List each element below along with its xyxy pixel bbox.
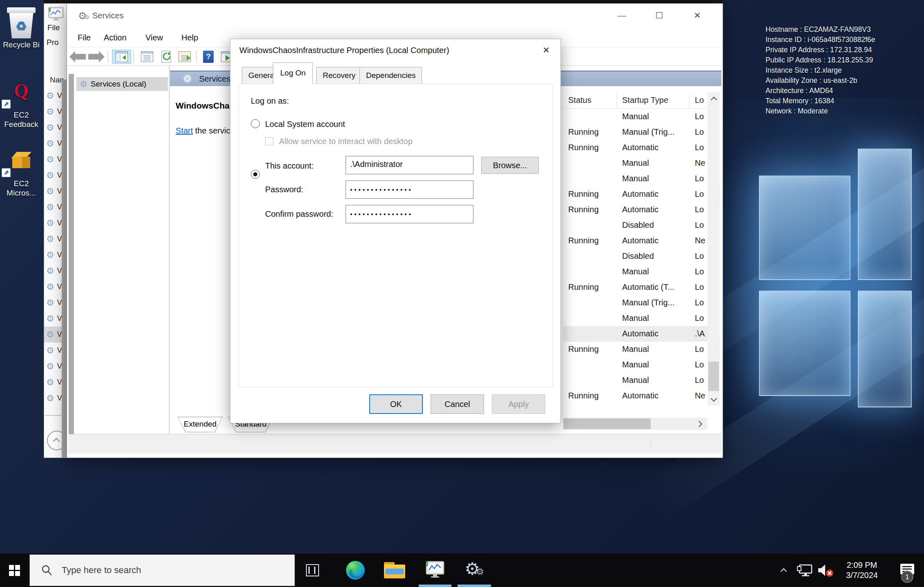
scroll-up-arrow-icon[interactable] xyxy=(708,93,720,104)
password-input[interactable]: ••••••••••••••• xyxy=(346,180,473,199)
column-header-startup-type[interactable]: Startup Type xyxy=(622,96,668,105)
service-row[interactable]: ManualLo xyxy=(563,373,710,388)
column-header-status[interactable]: Status xyxy=(568,96,591,105)
service-row[interactable]: RunningAutomaticLo xyxy=(563,140,710,156)
gear-icon: ⚙ xyxy=(46,377,54,387)
service-row[interactable]: ManualNe xyxy=(563,156,710,171)
local-system-label[interactable]: Local System account xyxy=(265,120,345,129)
view-tab-extended[interactable]: Extended xyxy=(177,417,223,432)
service-row[interactable]: ManualLo xyxy=(563,264,710,280)
desktop-icon-recycle-bin[interactable]: ♻ Recycle Bi xyxy=(1,7,42,49)
account-input[interactable]: .\Administrator xyxy=(346,156,473,174)
system-info-line: Instance Size : t2.xlarge xyxy=(766,65,875,76)
gear-icon: ⚙ xyxy=(46,138,54,149)
system-info-line: Hostname : EC2AMAZ-FAN98V3 xyxy=(766,24,875,35)
service-row[interactable]: RunningAutomaticLo xyxy=(563,187,710,202)
dialog-title: WindowsChaosInfrastructure Properties (L… xyxy=(239,46,449,55)
left-pane-scrollbar[interactable] xyxy=(69,74,74,454)
service-row[interactable]: Manual (Trig...Lo xyxy=(563,295,710,311)
taskbar-clock[interactable]: 2:09 PM 3/7/2024 xyxy=(838,554,886,587)
start-button[interactable] xyxy=(0,554,29,587)
dialog-tab-log-on[interactable]: Log On xyxy=(273,62,313,84)
dialog-close-icon[interactable]: ✕ xyxy=(539,43,553,57)
service-row[interactable]: DisabledLo xyxy=(563,218,710,233)
service-row[interactable]: DisabledLo xyxy=(563,249,710,264)
this-account-label[interactable]: This account: xyxy=(265,161,314,171)
service-row[interactable]: RunningAutomaticLo xyxy=(563,202,710,218)
tray-expand-button[interactable] xyxy=(772,554,795,587)
help-icon[interactable]: ? xyxy=(200,50,216,64)
horizontal-scrollbar[interactable] xyxy=(563,418,707,430)
apply-button[interactable]: Apply xyxy=(492,394,545,414)
interact-desktop-checkbox[interactable] xyxy=(265,137,273,145)
gear-icon: ⚙ xyxy=(46,329,54,340)
desktop-icon-ec2-microsoft[interactable]: ↗ EC2 Micros... xyxy=(1,152,42,198)
service-row[interactable]: ManualLo xyxy=(563,357,710,373)
dialog-tab-dependencies[interactable]: Dependencies xyxy=(359,67,422,84)
service-row[interactable]: RunningManualLo xyxy=(563,342,710,357)
service-row[interactable]: ManualLo xyxy=(563,171,710,187)
back-icon[interactable] xyxy=(69,50,86,64)
menu-help[interactable]: Help xyxy=(181,33,198,42)
services-running-indicator xyxy=(458,585,491,587)
close-button[interactable]: ✕ xyxy=(690,9,704,22)
service-row[interactable]: RunningManual (Trig...Lo xyxy=(563,125,710,140)
maximize-button[interactable]: ☐ xyxy=(652,9,666,22)
horizontal-scrollbar-thumb[interactable] xyxy=(563,418,651,429)
dialog-tab-recovery[interactable]: Recovery xyxy=(316,67,362,84)
service-row[interactable]: RunningAutomaticNe xyxy=(563,388,710,404)
recycle-bin-icon: ♻ xyxy=(1,7,42,38)
service-row[interactable]: ManualLo xyxy=(563,311,710,326)
scroll-right-arrow-icon[interactable] xyxy=(695,418,705,430)
shortcut-arrow-icon: ↗ xyxy=(2,100,11,109)
task-view-button[interactable] xyxy=(299,554,326,587)
confirm-password-input[interactable]: ••••••••••••••• xyxy=(346,205,473,223)
cancel-button[interactable]: Cancel xyxy=(431,394,484,414)
services-app-icon: ⚙⚙ xyxy=(78,10,89,22)
desktop-icon-ec2-feedback[interactable]: Q ↗ EC2 Feedback xyxy=(1,82,42,129)
service-row[interactable]: RunningAutomatic (T...Lo xyxy=(563,280,710,295)
background-window[interactable]: File Pro Nan ⚙V⚙V⚙V⚙V⚙V⚙V⚙V⚙V⚙V⚙V⚙V⚙V⚙V⚙… xyxy=(44,3,67,458)
local-system-radio[interactable] xyxy=(251,119,260,128)
column-header-logon[interactable]: Lo xyxy=(695,96,704,105)
menu-file[interactable]: File xyxy=(78,33,91,42)
export-list-icon[interactable] xyxy=(176,50,193,64)
forward-icon[interactable] xyxy=(88,50,105,64)
this-account-radio[interactable] xyxy=(251,170,260,179)
search-placeholder: Type here to search xyxy=(62,565,141,576)
refresh-icon[interactable] xyxy=(158,50,175,64)
vertical-scrollbar[interactable] xyxy=(708,92,720,406)
menu-action[interactable]: Action xyxy=(104,33,127,42)
start-service-link[interactable]: Start xyxy=(176,126,193,135)
tray-network-button[interactable] xyxy=(794,554,815,587)
taskbar-services-button[interactable]: ⚙⚙ xyxy=(458,554,490,587)
minimize-button[interactable]: — xyxy=(615,9,629,22)
services-band-icon: ⚙ xyxy=(183,73,192,84)
backwin-toolbar-label[interactable]: Pro xyxy=(47,38,59,47)
backwin-menu-file[interactable]: File xyxy=(47,23,60,32)
vertical-scrollbar-thumb[interactable] xyxy=(708,362,719,391)
search-input[interactable]: Type here to search xyxy=(29,554,295,586)
taskbar-explorer-button[interactable] xyxy=(381,554,408,587)
service-row[interactable]: ManualLo xyxy=(563,109,710,125)
scroll-down-arrow-icon[interactable] xyxy=(708,394,720,405)
service-row[interactable]: Automatic.\A xyxy=(563,326,710,342)
services-titlebar[interactable]: ⚙⚙ Services — ☐ ✕ xyxy=(67,4,723,30)
tray-volume-button[interactable] xyxy=(815,554,837,587)
browse-button[interactable]: Browse... xyxy=(481,157,539,174)
tree-item-services-local[interactable]: ⚙ Services (Local) xyxy=(76,77,168,91)
service-row[interactable]: RunningAutomaticNe xyxy=(563,233,710,249)
gear-icon: ⚙ xyxy=(46,314,54,324)
properties-icon[interactable] xyxy=(139,50,155,64)
taskbar-perfmon-button[interactable] xyxy=(421,554,449,587)
menu-view[interactable]: View xyxy=(145,33,163,42)
ok-button[interactable]: OK xyxy=(369,394,423,414)
taskbar-edge-button[interactable] xyxy=(342,554,368,587)
performance-monitor-icon xyxy=(48,7,65,21)
action-center-button[interactable]: 1 xyxy=(893,554,922,587)
show-console-tree-icon[interactable] xyxy=(112,50,131,64)
gear-icon: ⚙ xyxy=(46,202,54,212)
status-bar xyxy=(68,434,721,454)
gear-icon: ⚙ xyxy=(46,250,54,260)
chevron-up-icon xyxy=(53,438,60,445)
